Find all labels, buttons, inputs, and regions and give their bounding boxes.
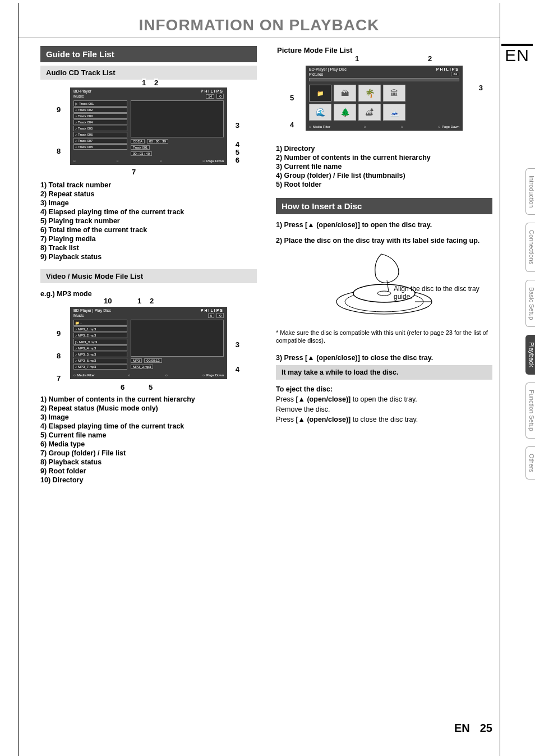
count-box: 14 [206, 94, 214, 99]
eject-line-1: Press [▲ (open/close)] to open the disc … [276, 394, 492, 404]
note-icon: ♪ [75, 133, 77, 136]
callout-8: 8 [57, 147, 61, 155]
callout-1: 1 [142, 79, 146, 87]
load-note: It may take a while to load the disc. [276, 365, 492, 380]
callout-3: 3 [236, 121, 239, 130]
image-thumb: 🏛 [383, 85, 405, 102]
tab-others[interactable]: Others [525, 446, 535, 480]
footer-dot [165, 374, 169, 377]
folder-thumb: 📁 [309, 85, 331, 102]
callout-9: 9 [57, 329, 61, 338]
eject-line-2: Remove the disc. [276, 404, 492, 414]
audio-subheader: Audio CD Track List [40, 66, 257, 80]
callout-3: 3 [236, 340, 239, 349]
note-icon: ♪ [75, 328, 77, 331]
preview-image [131, 100, 224, 137]
elapsed-time: 00:00:13 [144, 358, 162, 363]
tab-playback[interactable]: Playback [525, 335, 535, 375]
thumbnail-grid: 📁 🏔 🌴 🏛 🌊 🌲 🏕 🗻 [306, 84, 463, 124]
play-icon: ▷ [75, 102, 78, 105]
page-footer: EN25 [454, 722, 492, 735]
tab-connections[interactable]: Connections [525, 223, 535, 271]
count-box: 9 [208, 314, 214, 318]
repeat-icon: ⟲ [216, 313, 224, 318]
note-icon: ♪ [75, 334, 77, 337]
breadcrumb: BD-Player | Play Disc [73, 308, 111, 312]
note-icon: ♪ [75, 108, 77, 112]
callout-10: 10 [104, 297, 112, 305]
note-icon: ♪ [75, 347, 77, 350]
filename-bar [309, 78, 459, 81]
callout-1: 1 [137, 297, 141, 305]
insert-disc-header: How to Insert a Disc [276, 198, 492, 214]
callout-6: 6 [236, 156, 239, 164]
footer-dot [401, 125, 405, 128]
note-icon: ♪ [75, 365, 77, 368]
file-list: 📁.. ♪MP3_1.mp3 ♪MP3_2.mp3 ▷MP3_3.mp3 ♪MP… [73, 320, 127, 370]
tab-basic-setup[interactable]: Basic Setup [525, 280, 535, 328]
play-icon: ▷ [75, 340, 78, 344]
left-column: Guide to File List Audio CD Track List B… [40, 46, 257, 485]
eject-line-3: Press [▲ (open/close)] to close the disc… [276, 414, 492, 425]
disc-illustration: Align the disc to the disc tray guide. [276, 251, 492, 324]
step-3: 3) Press [▲ (open/close)] to close the d… [276, 353, 492, 363]
disc-caption: Align the disc to the disc tray guide. [394, 285, 483, 301]
callout-7: 7 [57, 374, 61, 382]
image-thumb: 🏕 [358, 104, 381, 121]
breadcrumb: BD-Player [73, 89, 91, 93]
music-label: Music [73, 94, 204, 98]
callout-9: 9 [57, 105, 61, 114]
page-title: INFORMATION ON PLAYBACK [18, 3, 500, 38]
callout-7: 7 [132, 168, 136, 176]
picture-subheader: Picture Mode File List [276, 46, 492, 58]
video-music-subheader: Video / Music Mode File List [40, 269, 257, 283]
format-badge: MP3 [131, 358, 142, 363]
brand-logo: PHILIPS [436, 67, 459, 71]
file-name: MP3_3.mp3 [131, 365, 153, 369]
mp3-description-list: 1) Number of contents in the current hie… [40, 395, 257, 485]
track-name: Track 001 [131, 145, 150, 150]
note-icon: ♪ [75, 353, 77, 356]
image-thumb: 🌊 [309, 104, 331, 121]
media-filter: Media Filter [309, 125, 330, 128]
side-tabs: Introduction Connections Basic Setup Pla… [525, 168, 535, 480]
note-icon: ♪ [75, 145, 77, 149]
image-thumb: 🌴 [358, 85, 381, 102]
tab-function-setup[interactable]: Function Setup [525, 382, 535, 439]
page-down: Page Down [202, 159, 224, 163]
track-list: ▷Track 001 ♪Track 002 ♪Track 003 ♪Track … [73, 100, 127, 156]
pictures-label: Pictures [309, 72, 449, 76]
page-down: Page Down [202, 374, 224, 377]
note-icon: ♪ [75, 114, 77, 118]
language-code: EN [501, 44, 533, 65]
right-column: Picture Mode File List BD-Player | Play … [276, 46, 492, 485]
audio-cd-figure: BD-Player PHILIPS Music 14 ⟲ ▷Track 001 … [59, 87, 238, 165]
callout-5: 5 [290, 94, 294, 102]
callout-2: 2 [428, 54, 432, 63]
music-label: Music [73, 314, 206, 317]
footer-dot [364, 125, 368, 128]
image-thumb: 🌲 [334, 104, 356, 121]
callout-4: 4 [236, 365, 239, 374]
picture-description-list: 1) Directory 2) Number of contents in th… [276, 144, 492, 189]
note-icon: ♪ [75, 139, 77, 142]
callout-5: 5 [236, 148, 239, 156]
callout-4: 4 [236, 140, 239, 149]
note-icon: ♪ [75, 127, 77, 130]
callout-8: 8 [57, 352, 61, 360]
compatibility-note: * Make sure the disc is compatible with … [276, 326, 492, 347]
picture-figure: BD-Player | Play Disc PHILIPS Pictures 2… [294, 66, 474, 131]
tab-introduction[interactable]: Introduction [525, 168, 535, 215]
format-badge: CDDA [131, 139, 145, 144]
breadcrumb: BD-Player | Play Disc [309, 67, 347, 71]
brand-logo: PHILIPS [201, 308, 224, 312]
step-1: 1) Press [▲ (open/close)] to open the di… [276, 220, 492, 230]
count-box: 24 [451, 72, 459, 76]
folder-icon: 📁 [75, 321, 79, 325]
footer-dot [160, 159, 164, 163]
footer-lang: EN [454, 722, 470, 734]
callout-5: 5 [149, 383, 153, 391]
media-filter: Media Filter [73, 374, 95, 377]
total-time: 00 : 03 : 40 [131, 151, 152, 156]
preview-image [131, 320, 224, 357]
